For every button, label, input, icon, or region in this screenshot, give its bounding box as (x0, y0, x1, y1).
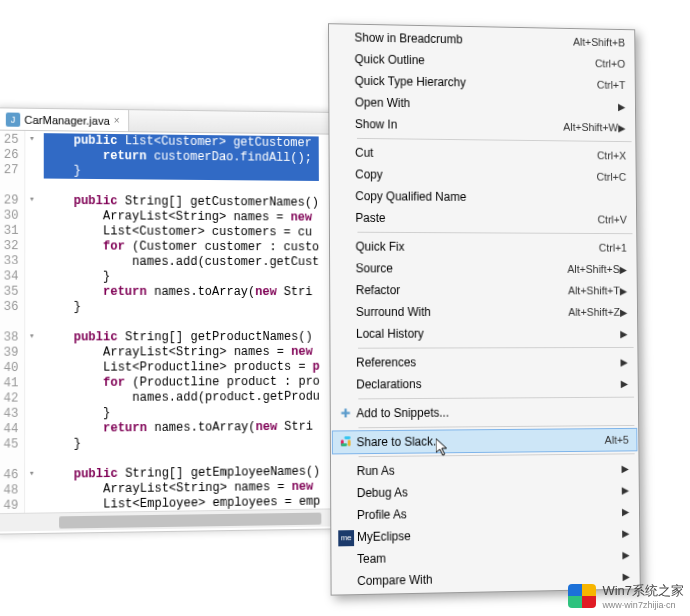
submenu-arrow-icon: ▶ (622, 549, 630, 560)
fold-toggle-icon[interactable]: ▾ (26, 468, 38, 483)
line-number: 32 (4, 239, 19, 254)
fold-toggle-icon (26, 269, 38, 284)
fold-toggle-icon (26, 483, 38, 498)
menu-item-add-to-snippets[interactable]: ✚Add to Snippets... (333, 401, 637, 425)
fold-gutter[interactable]: ▾▾▾▾ (26, 131, 39, 513)
menu-item-label: Local History (356, 327, 620, 341)
menu-item-label: Debug As (357, 483, 622, 500)
code-line[interactable]: return names.toArray(new Stri (44, 285, 319, 300)
menu-item-share-to-slack[interactable]: Share to Slack...Alt+5 (333, 429, 637, 454)
line-number: 38 (4, 330, 19, 345)
line-number: 25 (4, 133, 19, 148)
line-number-gutter: 2526272930313233343536383940414243444546… (0, 131, 26, 514)
slack-icon (335, 434, 357, 451)
code-line[interactable] (44, 315, 319, 330)
windows-logo-icon (568, 584, 596, 608)
context-menu[interactable]: Show in BreadcrumbAlt+Shift+BQuick Outli… (328, 23, 641, 595)
menu-item-label: Run As (357, 461, 622, 478)
menu-item-label: Quick Type Hierarchy (355, 74, 597, 92)
menu-item-shortcut: Ctrl+C (596, 171, 626, 183)
menu-item-shortcut: Alt+Shift+B (573, 36, 625, 49)
menu-item-shortcut: Alt+5 (605, 434, 629, 446)
menu-item-shortcut: Alt+Shift+T (568, 285, 620, 297)
snippet-icon: ✚ (335, 406, 357, 420)
menu-item-shortcut: Alt+Shift+S (567, 263, 619, 275)
code-line[interactable]: names.add(product.getProdu (44, 390, 320, 407)
code-line[interactable]: List<Productline> products = p (44, 360, 320, 376)
fold-toggle-icon (26, 452, 38, 467)
menu-item-quick-fix[interactable]: Quick FixCtrl+1 (332, 236, 635, 259)
watermark-brand: Win7系统之家 (602, 582, 684, 600)
menu-item-label: Paste (355, 211, 597, 226)
svg-rect-1 (344, 436, 350, 439)
menu-item-label: References (356, 355, 620, 370)
code-line[interactable]: for (Productline product : pro (44, 375, 320, 392)
fold-toggle-icon[interactable]: ▾ (26, 194, 38, 209)
code-line[interactable]: } (44, 270, 319, 286)
menu-item-declarations[interactable]: Declarations▶ (333, 372, 636, 395)
scrollbar-thumb[interactable] (59, 512, 321, 528)
code-line[interactable]: public String[] getProductNames() (44, 330, 320, 346)
code-line[interactable]: names.add(customer.getCust (44, 254, 319, 270)
code-line[interactable]: } (44, 300, 319, 315)
fold-toggle-icon[interactable]: ▾ (26, 133, 38, 148)
fold-toggle-icon[interactable]: ▾ (26, 330, 38, 345)
fold-toggle-icon (26, 346, 38, 361)
code-line[interactable]: return names.toArray(new Stri (44, 420, 320, 437)
line-number: 44 (3, 422, 18, 437)
menu-item-shortcut: Ctrl+1 (599, 242, 627, 254)
menu-item-label: Cut (355, 146, 597, 162)
menu-item-label: Profile As (357, 504, 622, 522)
code-line[interactable]: for (Customer customer : custo (44, 239, 319, 255)
menu-separator (357, 232, 632, 234)
code-line[interactable]: return customerDao.findAll(); (44, 148, 319, 166)
line-number: 33 (4, 254, 19, 269)
menu-item-local-history[interactable]: Local History▶ (332, 323, 635, 345)
code-text[interactable]: public List<Customer> getCustomer return… (38, 131, 321, 512)
menu-item-source[interactable]: SourceAlt+Shift+S▶ (332, 257, 635, 279)
fold-toggle-icon (26, 391, 38, 406)
submenu-arrow-icon: ▶ (621, 378, 629, 389)
fold-toggle-icon (26, 422, 38, 437)
fold-toggle-icon (26, 437, 38, 452)
menu-item-show-in[interactable]: Show InAlt+Shift+W▶ (331, 113, 633, 138)
line-number: 45 (3, 437, 18, 452)
menu-item-cut[interactable]: CutCtrl+X (331, 142, 633, 167)
menu-item-paste[interactable]: PasteCtrl+V (332, 207, 635, 230)
menu-item-label: Share to Slack... (357, 433, 605, 449)
watermark: Win7系统之家 www·win7zhijia·cn (568, 582, 684, 610)
menu-item-surround-with[interactable]: Surround WithAlt+Shift+Z▶ (332, 301, 635, 323)
editor-tab-label: CarManager.java (24, 113, 109, 126)
submenu-arrow-icon: ▶ (620, 356, 628, 367)
menu-item-label: Show in Breadcrumb (354, 31, 573, 49)
submenu-arrow-icon: ▶ (622, 527, 630, 538)
fold-toggle-icon (26, 407, 38, 422)
fold-toggle-icon (26, 224, 38, 239)
submenu-arrow-icon: ▶ (623, 570, 631, 581)
submenu-arrow-icon: ▶ (622, 506, 630, 517)
menu-item-label: Copy Qualified Name (355, 189, 626, 205)
editor-tab[interactable]: J CarManager.java × (0, 108, 129, 131)
close-tab-icon[interactable]: × (114, 115, 120, 126)
menu-item-refactor[interactable]: RefactorAlt+Shift+T▶ (332, 279, 635, 301)
menu-item-references[interactable]: References▶ (332, 351, 635, 374)
code-line[interactable]: ArrayList<String> names = new (44, 209, 319, 226)
menu-separator (358, 425, 634, 428)
line-number: 42 (3, 391, 18, 406)
code-line[interactable]: List<Customer> customers = cu (44, 224, 319, 240)
svg-rect-2 (348, 439, 351, 445)
fold-toggle-icon (26, 285, 38, 300)
menu-item-copy[interactable]: CopyCtrl+C (332, 163, 634, 187)
fold-toggle-icon (26, 178, 38, 193)
line-number (3, 453, 18, 468)
line-number: 43 (3, 407, 18, 422)
line-number: 48 (3, 483, 18, 499)
code-line[interactable]: ArrayList<String> names = new (44, 345, 320, 361)
menu-item-shortcut: Ctrl+T (597, 79, 626, 91)
line-number: 41 (4, 376, 19, 391)
svg-rect-3 (341, 443, 347, 446)
menu-item-label: Quick Fix (356, 240, 599, 255)
menu-item-copy-qualified-name[interactable]: Copy Qualified Name (332, 185, 634, 209)
menu-item-label: Copy (355, 167, 596, 183)
line-number (4, 178, 19, 193)
